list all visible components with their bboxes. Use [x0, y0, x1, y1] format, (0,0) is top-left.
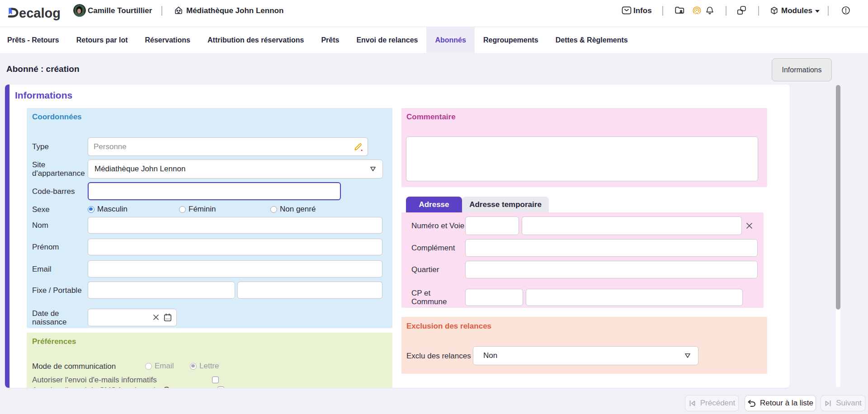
fixe-input[interactable] [88, 282, 235, 299]
complement-row: Complément [401, 239, 764, 257]
radio-feminin-label: Féminin [189, 205, 216, 214]
exclusion-panel: Exclusion des relances Exclu des relance… [401, 317, 767, 374]
code-barres-input[interactable] [88, 182, 341, 200]
type-input[interactable] [88, 137, 368, 156]
header-divider [758, 6, 759, 16]
radio-mode-email-label: Email [155, 362, 174, 371]
numero-voie-row: Numéro et Voie [401, 216, 764, 235]
preferences-panel: Préférences Mode de communication Email … [27, 333, 392, 388]
complement-input[interactable] [465, 239, 758, 257]
sms-fonctionnels-checkbox[interactable] [217, 386, 224, 388]
modules-label[interactable]: Modules [781, 6, 812, 15]
calendar-icon[interactable] [164, 313, 172, 322]
nom-label: Nom [32, 221, 88, 230]
coordonnees-heading: Coordonnées [32, 113, 82, 122]
date-naissance-label: Date de naissance [32, 309, 88, 326]
tab-adresse[interactable]: Adresse [406, 197, 462, 212]
prenom-input[interactable] [88, 239, 382, 255]
back-to-list-button[interactable]: Retour à la liste [745, 395, 816, 411]
code-barres-row: Code-barres [32, 182, 341, 200]
emails-informatifs-label: Autoriser l'envoi d'e-mails informatifs [32, 376, 212, 384]
footer-bar: Précédent Retour à la liste Suivant [0, 390, 868, 414]
app-header: ecalog Camille Tourtillier Médiathèque J… [0, 0, 868, 27]
return-arrow-icon [747, 400, 756, 407]
sexe-option-non-genre[interactable]: Non genré [270, 205, 316, 214]
type-label: Type [32, 142, 88, 151]
radio-feminin[interactable] [179, 206, 186, 213]
modules-icon[interactable] [770, 6, 778, 17]
radio-non-genre-label: Non genré [280, 205, 316, 214]
nav-envoi-relances[interactable]: Envoi de relances [348, 27, 426, 53]
site-label: Site d'appartenance [32, 160, 88, 178]
complement-label: Complément [411, 244, 455, 252]
coordonnees-panel: Coordonnées Type Site d'appartenance Méd… [27, 108, 392, 328]
edit-pencil-icon[interactable] [354, 142, 363, 151]
nav-regroupements[interactable]: Regroupements [475, 27, 547, 53]
tab-adresse-temporaire[interactable]: Adresse temporaire [462, 197, 549, 212]
user-avatar[interactable] [73, 4, 86, 17]
skip-forward-icon [824, 400, 832, 407]
prenom-label: Prénom [32, 243, 88, 251]
next-button[interactable]: Suivant [821, 395, 865, 411]
preferences-heading: Préférences [32, 337, 76, 346]
nav-prets-retours[interactable]: Prêts - Retours [0, 27, 68, 53]
folder-user-icon[interactable] [675, 5, 685, 17]
user-name: Camille Tourtillier [88, 6, 152, 15]
infos-label[interactable]: Infos [633, 6, 652, 15]
portable-input[interactable] [237, 282, 382, 299]
svg-text:ecalog: ecalog [19, 6, 61, 20]
commentaire-panel: Commentaire [401, 108, 767, 187]
cp-commune-label: CP et Commune [411, 289, 461, 306]
radio-mode-lettre[interactable] [190, 363, 197, 370]
date-naissance-row: Date de naissance [32, 309, 177, 326]
scrollbar-thumb[interactable] [836, 85, 840, 310]
decalog-logo[interactable]: ecalog [5, 4, 69, 24]
radio-non-genre[interactable] [270, 206, 277, 213]
nav-prets[interactable]: Prêts [312, 27, 348, 53]
commentaire-textarea[interactable] [406, 136, 758, 181]
alert-circle-icon[interactable] [841, 6, 850, 17]
informations-button[interactable]: Informations [772, 58, 832, 81]
mode-communication-label: Mode de communication [32, 362, 145, 371]
sms-fonctionnels-label: Autoriser l'envoi de SMS fonctionnels [32, 386, 159, 388]
quartier-label: Quartier [411, 265, 439, 274]
exclu-relances-select[interactable]: Non [473, 346, 698, 365]
quartier-input[interactable] [465, 261, 758, 278]
cp-input[interactable] [465, 289, 523, 306]
nav-attribution-reservations[interactable]: Attribution des réservations [199, 27, 312, 53]
previous-button[interactable]: Précédent [685, 395, 739, 411]
mail-icon[interactable] [622, 6, 632, 16]
adresse-tabs: Adresse Adresse temporaire [406, 197, 549, 212]
page-title: Abonné : création [6, 64, 80, 74]
sexe-label: Sexe [32, 205, 88, 214]
nav-dettes-reglements[interactable]: Dettes & Règlements [547, 27, 637, 53]
bell-icon[interactable] [705, 6, 714, 18]
apps-icon[interactable] [736, 5, 747, 17]
scrollbar-track[interactable] [836, 85, 840, 387]
voie-input[interactable] [522, 216, 742, 235]
nom-input[interactable] [88, 217, 382, 234]
broadcast-icon[interactable] [692, 5, 702, 17]
exclu-relances-label: Exclu des relances [406, 352, 473, 360]
nav-retours-par-lot[interactable]: Retours par lot [68, 27, 137, 53]
clear-date-icon[interactable] [152, 314, 160, 321]
commune-input[interactable] [526, 289, 743, 306]
emails-informatifs-checkbox[interactable] [212, 376, 219, 383]
clear-adresse-icon[interactable] [745, 222, 753, 230]
code-barres-label: Code-barres [32, 187, 88, 196]
exclu-relances-value: Non [483, 351, 684, 360]
fixe-portable-row: Fixe / Portable [32, 282, 382, 299]
site-row: Site d'appartenance Médiathèque John Len… [32, 160, 383, 179]
mode-option-lettre: Lettre [190, 362, 219, 371]
sexe-option-masculin[interactable]: Masculin [88, 205, 179, 214]
site-select[interactable]: Médiathèque John Lennon [88, 160, 383, 179]
nav-abonnes[interactable]: Abonnés [426, 27, 474, 53]
email-input[interactable] [88, 260, 382, 278]
radio-masculin[interactable] [88, 206, 94, 213]
mode-communication-row: Mode de communication Email Lettre [32, 362, 219, 371]
nav-reservations[interactable]: Réservations [137, 27, 199, 53]
sexe-option-feminin[interactable]: Féminin [179, 205, 270, 214]
numero-input[interactable] [465, 216, 519, 235]
radio-mode-email[interactable] [145, 363, 152, 370]
type-row: Type [32, 137, 368, 156]
